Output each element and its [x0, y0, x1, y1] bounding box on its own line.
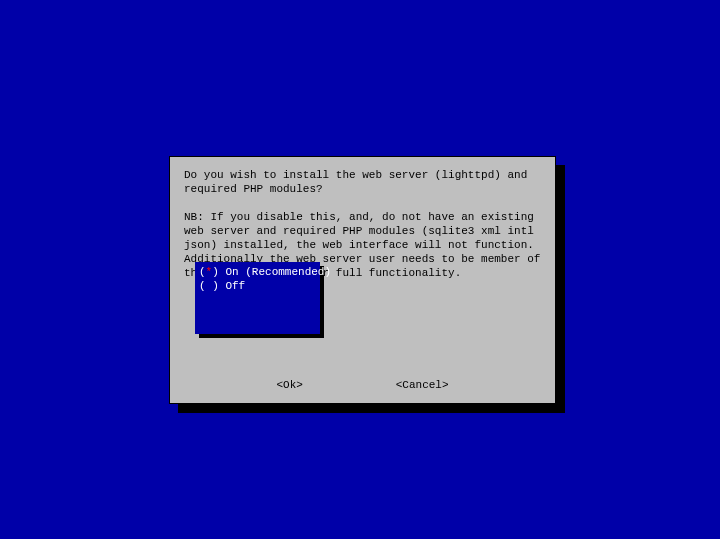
radio-label-on: On (Recommended) — [225, 266, 331, 278]
question-text: Do you wish to install the web server (l… — [184, 168, 541, 196]
radio-label-off: Off — [225, 280, 245, 292]
ok-button[interactable]: <Ok> — [276, 379, 302, 391]
radio-options-box: (*) On (Recommended) ( ) Off — [195, 262, 320, 334]
radio-option-off[interactable]: ( ) Off — [199, 279, 316, 293]
radio-option-on[interactable]: (*) On (Recommended) — [199, 265, 316, 279]
button-row: <Ok> <Cancel> — [170, 379, 555, 391]
dialog-box: Do you wish to install the web server (l… — [169, 156, 556, 404]
cancel-button[interactable]: <Cancel> — [396, 379, 449, 391]
